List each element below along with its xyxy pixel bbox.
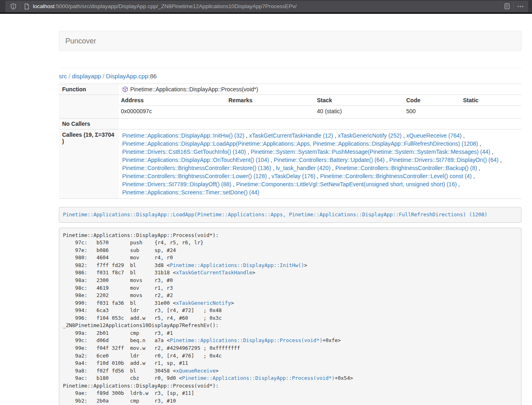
code-symbol-link[interactable]: Pinetime::Applications::DisplayApp::Proc…: [182, 375, 335, 381]
column-header-code: Code: [404, 95, 461, 106]
function-table: Function Pinetime::Applications::Display…: [59, 84, 521, 199]
column-header-address: Address: [119, 95, 226, 106]
function-row: Function Pinetime::Applications::Display…: [59, 84, 521, 95]
code-symbol-link[interactable]: xQueueReceive: [176, 368, 215, 374]
callee-link[interactable]: Pinetime::Drivers::St7789::DisplayOn() (…: [389, 157, 498, 163]
code-symbol-link[interactable]: Pinetime::Applications::DisplayApp::Init…: [170, 262, 304, 268]
navbar: Puncover: [59, 31, 521, 51]
callees-list: Pinetime::Applications::DisplayApp::Init…: [119, 129, 521, 199]
breadcrumb-link-displayapp[interactable]: displayapp: [72, 73, 101, 80]
disassembly-block: Pinetime::Applications::DisplayApp::Proc…: [59, 228, 521, 405]
stats-values-row: 0x0000097c 40 (static) 500: [119, 106, 521, 117]
no-callers-label: No Callers: [59, 118, 119, 129]
loadapp-link[interactable]: Pinetime::Applications::DisplayApp::Load…: [63, 211, 487, 218]
stats-row: Address Remarks Stack Code Static 0x0000…: [59, 95, 521, 118]
callee-link[interactable]: Pinetime::Controllers::BrightnessControl…: [122, 173, 267, 179]
breadcrumb-separator: /: [67, 73, 72, 80]
reader-mode-icon[interactable]: [502, 2, 511, 11]
callee-link[interactable]: Pinetime::Applications::DisplayApp::Load…: [122, 140, 478, 147]
callee-link[interactable]: Pinetime::System::SystemTask::PushMessag…: [251, 149, 491, 155]
breadcrumb-link-src[interactable]: src: [59, 73, 67, 80]
callee-link[interactable]: Pinetime::Applications::DisplayApp::Init…: [122, 132, 244, 139]
breadcrumb-line-number: :86: [148, 73, 157, 80]
stats-table: Address Remarks Stack Code Static 0x0000…: [119, 95, 521, 116]
callee-link[interactable]: lv_task_handler (420): [276, 165, 331, 171]
breadcrumb: src/displayapp/DisplayApp.cpp:86: [59, 73, 521, 80]
callee-link[interactable]: Pinetime::Components::LittleVgl::SetNewT…: [236, 181, 457, 187]
column-header-stack: Stack: [315, 95, 404, 106]
package-icon: [122, 86, 128, 93]
function-name-cell: Pinetime::Applications::DisplayApp::Proc…: [119, 84, 521, 95]
breadcrumb-separator: /: [101, 73, 106, 80]
callee-link[interactable]: Pinetime::Controllers::Battery::Update()…: [274, 157, 385, 163]
callee-link[interactable]: vTaskDelay (176): [271, 173, 315, 179]
page-container: Puncover src/displayapp/DisplayApp.cpp:8…: [59, 31, 521, 405]
page-icon[interactable]: [22, 2, 31, 11]
remarks-value: [226, 106, 315, 117]
page-actions-icon[interactable]: [516, 2, 525, 11]
stack-value: 40 (static): [315, 106, 404, 117]
code-symbol-link[interactable]: xTaskGenericNotify: [176, 300, 230, 306]
callee-link[interactable]: Pinetime::Controllers::BrightnessControl…: [335, 165, 477, 171]
callee-link[interactable]: Pinetime::Drivers::St7789::DisplayOff() …: [122, 181, 231, 187]
code-size-value: 500: [404, 106, 461, 117]
stats-table-cell: Address Remarks Stack Code Static 0x0000…: [119, 95, 521, 118]
callees-row: Callees (19, Σ=3704 ) Pinetime::Applicat…: [59, 129, 521, 199]
callee-link[interactable]: Pinetime::Applications::DisplayApp::OnTo…: [122, 157, 269, 163]
code-symbol-link[interactable]: xTaskGetCurrentTaskHandle: [176, 269, 252, 276]
callee-link[interactable]: xTaskGetCurrentTaskHandle (12): [249, 132, 333, 139]
stats-row-spacer: [59, 95, 119, 118]
callee-link[interactable]: Pinetime::Applications::Screens::Timer::…: [122, 189, 259, 196]
column-header-static: Static: [461, 95, 521, 106]
callees-label: Callees (19, Σ=3704 ): [59, 129, 119, 199]
function-label: Function: [59, 84, 119, 95]
callee-link[interactable]: Pinetime::Controllers::BrightnessControl…: [320, 173, 472, 179]
callee-link[interactable]: Pinetime::Controllers::BrightnessControl…: [122, 165, 271, 171]
callee-link[interactable]: xTaskGenericNotify (252): [338, 132, 401, 139]
callee-link[interactable]: Pinetime::Drivers::Cst816S::GetTouchInfo…: [122, 149, 246, 155]
divider: [59, 68, 521, 68]
urlbar-separator: [513, 3, 514, 10]
breadcrumb-link-file[interactable]: DisplayApp.cpp: [106, 73, 148, 80]
callers-row: No Callers: [59, 118, 521, 129]
column-header-remarks: Remarks: [226, 95, 315, 106]
url-path: :5000/path/src/displayapp/DisplayApp.cpp…: [54, 3, 297, 9]
shield-icon[interactable]: [9, 2, 18, 11]
url-host: localhost: [33, 3, 54, 9]
callers-cell: [119, 118, 521, 129]
url-bar[interactable]: localhost:5000/path/src/displayapp/Displ…: [5, 1, 528, 12]
callee-link[interactable]: xQueueReceive (764): [406, 132, 461, 139]
static-value: [461, 106, 521, 117]
urlbar-separator: [20, 3, 20, 10]
address-value: 0x0000097c: [119, 106, 226, 117]
url-text: localhost:5000/path/src/displayapp/Displ…: [33, 3, 502, 9]
browser-chrome: localhost:5000/path/src/displayapp/Displ…: [0, 0, 532, 14]
function-name: Pinetime::Applications::DisplayApp::Proc…: [130, 86, 258, 93]
code-symbol-link[interactable]: Pinetime::Applications::DisplayApp::Proc…: [170, 337, 322, 343]
loadapp-highlight-box: Pinetime::Applications::DisplayApp::Load…: [59, 207, 521, 223]
brand-title[interactable]: Puncover: [59, 37, 102, 45]
